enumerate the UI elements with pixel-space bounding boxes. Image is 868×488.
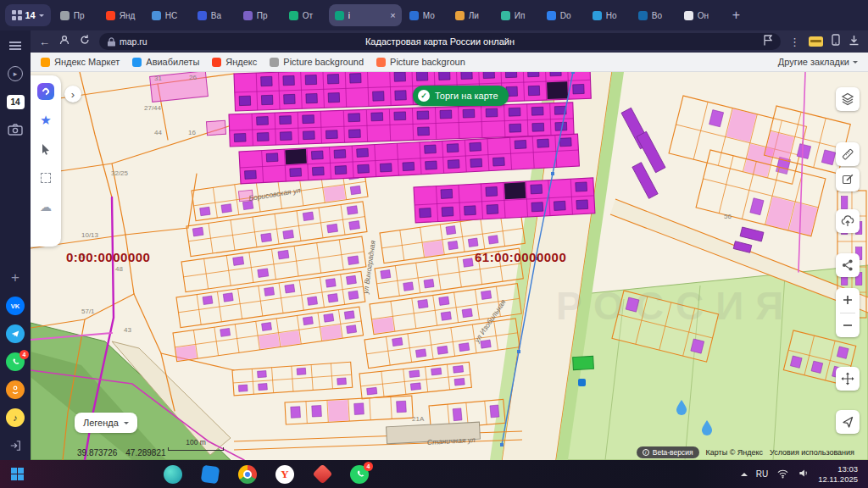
browser-tab[interactable]: Пр [237,4,281,26]
star-icon: ★ [40,113,51,128]
bookmark-item[interactable]: Яндекс Маркет [41,57,120,67]
profile-icon[interactable] [58,34,70,49]
back-button[interactable]: ← [39,36,50,48]
terms-link[interactable]: Условия использования [770,448,854,457]
map-label: 0:00:0000000 [66,250,150,264]
minus-icon [843,320,853,330]
taskbar-apps: Y 4 [163,464,370,485]
locate-button[interactable] [836,410,860,434]
browser-tab[interactable]: НС [146,4,190,26]
favorites-button[interactable]: ★ [36,111,55,130]
share-button[interactable] [836,253,860,277]
taskbar-clock[interactable]: 13:03 12.11.2025 [818,464,858,485]
phone-sync-icon[interactable] [832,34,840,49]
whatsapp-badge: 4 [364,462,373,471]
sidebar-exit-button[interactable] [5,436,25,455]
taskbar-app-chrome[interactable] [237,464,258,485]
sidebar-menu-button[interactable] [5,36,25,55]
wallet-icon[interactable] [809,36,823,47]
play-circle-icon: ▸ [8,66,23,81]
select-area-button[interactable] [36,169,55,187]
sidebar-play-button[interactable]: ▸ [5,64,25,83]
pointer-tool-button[interactable] [36,140,55,158]
map-label: 10/13 [81,231,99,239]
music-icon: ♪ [6,408,25,427]
bookmark-item[interactable]: Яндекс [212,57,257,67]
browser-tab[interactable]: Во [632,4,676,26]
browser-tab[interactable]: i× [329,4,402,26]
browser-tab[interactable]: Ли [449,4,493,26]
system-tray: RU 13:03 12.11.2025 [741,464,861,485]
taskbar-app-whatsapp[interactable]: 4 [349,464,370,485]
start-button[interactable] [7,464,27,485]
zoom-in-button[interactable] [836,288,860,313]
sidebar-music-button[interactable]: ♪ [5,408,25,427]
trades-on-map-button[interactable]: ✓ Торги на карте [413,86,509,106]
bookmarks-list: Яндекс МаркетАвиабилетыЯндексPicture bac… [41,57,465,67]
attribution-link[interactable]: Карты © Яндекс [706,448,764,457]
map-canvas[interactable]: РОССИЯБорисовская улул Винограднаяул Изо… [31,72,868,460]
taskbar-app-browser[interactable] [163,464,183,485]
bookmark-favicon [376,58,386,67]
tab-close-icon[interactable]: × [390,10,395,20]
sidebar-screenshot-button[interactable] [5,120,25,139]
weather-button[interactable]: ☁ [36,197,55,216]
zoom-out-button[interactable] [836,313,860,338]
taskbar-app-yandex[interactable]: Y [275,464,295,485]
browser-tab[interactable]: Ва [192,4,236,26]
bookmark-item[interactable]: Picture backgroun [376,57,465,67]
browser-tab[interactable]: Но [587,4,631,26]
map-label: 32/25 [111,169,129,177]
address-bar[interactable]: map.ru Кадастровая карта России онлайн [99,33,781,50]
tab-counter-button[interactable]: 14 [5,4,51,26]
tab-title: Он [698,11,716,20]
browser-tab[interactable]: Он [678,4,722,26]
layers-button[interactable] [836,87,860,111]
menu-kebab-icon[interactable]: ⋮ [789,36,800,48]
tab-favicon [638,11,648,20]
legend-button[interactable]: Легенда [75,413,137,433]
tab-favicon [455,11,465,20]
sidebar-vk-button[interactable]: VK [5,297,25,315]
draw-button[interactable] [836,168,860,191]
download-icon[interactable] [849,34,860,49]
browser-tab[interactable]: Пр [54,4,98,26]
sidebar-tabs-button[interactable]: 14 [5,92,25,111]
bookmark-flag-icon[interactable] [764,34,772,49]
exit-icon [9,440,21,452]
browser-tab[interactable]: От [283,4,327,26]
browser-tab[interactable]: Мо [403,4,448,26]
browser-tab[interactable]: Do [541,4,585,26]
hidden-icons-chevron[interactable] [741,469,748,476]
volume-icon[interactable] [798,468,810,480]
tab-title: От [303,11,321,20]
desktop: 14 ПрЯндНСВаПрОтi×МоЛиИпDoНоВоОн + ← map… [0,0,868,488]
new-tab-button[interactable]: + [726,8,747,23]
sidebar-telegram-button[interactable] [5,324,25,343]
scale-label: 100 m [186,438,206,446]
upload-button[interactable] [836,209,860,233]
bookmark-item[interactable]: Picture background [270,57,364,67]
taskbar-app-diamond[interactable] [312,464,332,485]
browser-tab[interactable]: Ип [495,4,539,26]
taskbar-app-editor[interactable] [200,464,220,485]
time-value: 13:03 [818,464,858,474]
reload-button[interactable] [79,34,91,49]
wifi-icon[interactable] [776,468,789,480]
pan-button[interactable] [836,367,860,391]
assistant-button[interactable] [36,82,55,101]
sidebar-add-button[interactable]: + [5,269,25,287]
bookmark-item[interactable]: Авиабилеты [132,57,199,67]
language-indicator[interactable]: RU [756,469,768,479]
hamburger-icon [9,42,21,50]
browser-tab[interactable]: Янд [100,4,144,26]
cadastral-map: РОССИЯБорисовская улул Винограднаяул Изо… [31,72,868,460]
other-bookmarks-button[interactable]: Другие закладки [778,57,858,67]
bookmark-favicon [270,58,279,67]
taskbar: Y 4 RU 13:03 12.11.2025 [0,460,868,488]
sidebar-ok-button[interactable] [5,380,25,399]
measure-button[interactable] [836,142,860,166]
bookmark-label: Picture backgroun [390,57,465,67]
sidebar-whatsapp-button[interactable]: 4 [5,352,25,371]
panel-expand-button[interactable]: › [64,86,81,103]
